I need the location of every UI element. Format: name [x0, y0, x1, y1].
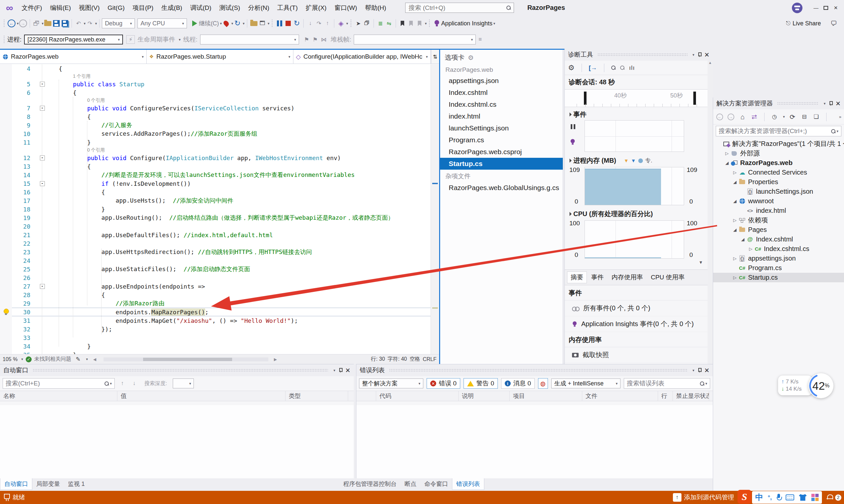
show-next-statement-icon[interactable]: ➤ — [354, 19, 363, 28]
timeline-range-end[interactable] — [693, 92, 696, 105]
code-line[interactable]: 12-public void Configure(IApplicationBui… — [0, 154, 431, 162]
codelens-label[interactable]: 0 个引用 — [46, 147, 105, 153]
code-line[interactable]: 27-app.UseEndpoints(endpoints => — [0, 282, 431, 290]
fold-margin[interactable] — [38, 121, 46, 129]
diagnostics-tab[interactable]: CPU 使用率 — [648, 272, 688, 283]
fold-margin[interactable] — [38, 231, 46, 239]
navigate-back-icon[interactable]: ← — [7, 19, 16, 28]
codelens-row[interactable]: 0 个引用 — [0, 147, 431, 154]
fold-margin[interactable] — [38, 88, 46, 97]
menu-item[interactable]: 帮助(H) — [361, 2, 390, 14]
prev-bookmark-icon[interactable] — [407, 19, 415, 28]
flag-threads-icon[interactable]: ⚑ — [302, 35, 311, 44]
timeline-ruler[interactable]: 40秒 50秒 — [565, 89, 707, 107]
notifications-bell-icon[interactable] — [827, 494, 833, 501]
collapse-all-icon[interactable]: ⊟ — [800, 113, 809, 121]
code-line[interactable]: 24 — [0, 256, 431, 265]
hscroll-left-icon[interactable]: ◀ — [90, 355, 99, 364]
code-line[interactable]: 29//添加Razor路由 — [0, 299, 431, 308]
column-header[interactable]: 名称 — [0, 391, 117, 401]
code-text[interactable]: { — [46, 89, 76, 96]
maximize-button[interactable] — [821, 4, 831, 12]
fold-margin[interactable] — [38, 214, 46, 222]
solution-platform-combo[interactable]: Any CPU▾ — [137, 18, 187, 28]
autos-empty-grid[interactable] — [0, 405, 354, 478]
zoom-out-icon[interactable] — [620, 66, 624, 70]
fold-margin[interactable] — [38, 256, 46, 265]
ime-toolbox-icon[interactable] — [811, 494, 819, 501]
column-header[interactable]: 说明 — [459, 391, 510, 401]
code-line[interactable]: 22 — [0, 239, 431, 248]
close-button[interactable]: ✕ — [831, 4, 841, 12]
error-search-box[interactable]: 搜索错误列表 ▾ — [624, 378, 710, 389]
pin-icon[interactable] — [697, 368, 701, 373]
step-into-icon[interactable]: ↓ — [306, 19, 314, 28]
fold-margin[interactable] — [38, 162, 46, 170]
collapsed-arrow-icon[interactable]: ▷ — [724, 151, 730, 156]
column-header[interactable]: 禁止显示状态 — [673, 391, 709, 401]
stackframe-combo[interactable]: ▾ — [354, 35, 476, 44]
column-header[interactable]: 代码 — [376, 391, 459, 401]
soft-keyboard-icon[interactable] — [786, 494, 794, 500]
network-speed-widget[interactable]: ↑ 7 K/s ↓ 14 K/s — [778, 376, 812, 395]
nav-member-combo[interactable]: ◇ Configure(IApplicationBuilder app, IWe… — [293, 50, 431, 64]
code-text[interactable]: { — [46, 163, 91, 170]
fold-margin[interactable] — [38, 222, 46, 231]
menu-item[interactable]: 分析(N) — [244, 2, 273, 14]
overflow-chevrons-icon[interactable]: » — [839, 114, 841, 119]
fold-margin[interactable] — [38, 290, 46, 299]
toolbar-grip[interactable] — [350, 19, 352, 28]
fold-margin[interactable] — [38, 64, 46, 73]
sync-active-document-icon[interactable]: ⮂ — [750, 113, 759, 121]
code-line[interactable]: 15-if (!env.IsDevelopment()) — [0, 179, 431, 188]
code-text[interactable]: services.AddRazorPages();//添加Razor页面服务组 — [46, 130, 257, 138]
health-indicator-icon[interactable]: ✓ — [26, 356, 32, 362]
window-position-icon[interactable]: ▾ — [824, 102, 826, 106]
menu-item[interactable]: 生成(B) — [157, 2, 186, 14]
close-icon[interactable]: ✕ — [345, 367, 350, 374]
fold-collapse-icon[interactable]: - — [40, 156, 45, 160]
code-text[interactable]: if (!env.IsDevelopment()) — [46, 180, 191, 187]
autos-search-box[interactable]: 搜索(Ctrl+E) ▾ — [3, 378, 115, 389]
code-text[interactable]: app.UseEndpoints(endpoints => — [46, 283, 205, 290]
column-header[interactable]: 行 — [658, 391, 673, 401]
zoom-in-icon[interactable] — [611, 66, 616, 70]
add-to-source-control[interactable]: ↑ 添加到源代码管理 — [673, 493, 734, 502]
toolbar-grip[interactable] — [271, 19, 273, 28]
document-tab[interactable]: RazorPages.web.csproj — [440, 146, 563, 158]
tree-item[interactable]: ◢Pages — [713, 225, 844, 235]
user-avatar[interactable] — [792, 3, 803, 13]
space-mode[interactable]: 空格 — [410, 356, 420, 363]
menu-item[interactable]: 扩展(X) — [302, 2, 330, 14]
diagnostics-scrollbar[interactable]: ▲ — [707, 60, 713, 364]
lifecycle-events-icon[interactable]: ⚡ — [126, 35, 135, 44]
fold-margin[interactable] — [38, 188, 46, 196]
warnings-filter-button[interactable]: 警告 0 — [464, 378, 498, 389]
code-text[interactable]: app.UseHsts(); //添加安全访问中间件 — [46, 197, 234, 204]
document-tab[interactable]: Index.cshtml.cs — [440, 98, 563, 110]
code-line[interactable]: 34} — [0, 342, 431, 350]
lifecycle-events-label[interactable]: 生命周期事件 — [137, 35, 175, 44]
fold-margin[interactable]: - — [38, 154, 46, 162]
code-line[interactable]: 31endpoints.MapGet("/xiaoshu", () => "He… — [0, 316, 431, 325]
fold-margin[interactable] — [38, 273, 46, 282]
menu-item[interactable]: 测试(S) — [215, 2, 244, 14]
expanded-arrow-icon[interactable]: ◢ — [731, 227, 738, 232]
tree-item[interactable]: C#Program.cs — [713, 263, 844, 273]
fold-margin[interactable] — [38, 265, 46, 273]
code-line[interactable]: 23app.UseHttpsRedirection(); //自动跳转到HTTP… — [0, 248, 431, 256]
code-line[interactable]: 4{ — [0, 64, 431, 73]
fold-margin[interactable] — [38, 299, 46, 308]
window-position-icon[interactable]: ▾ — [693, 368, 695, 373]
code-line[interactable]: 35} — [0, 350, 431, 354]
summary-row[interactable]: Application Insights 事件(0 个, 共 0 个) — [565, 316, 707, 332]
panel-tab[interactable]: 自动窗口 — [0, 478, 32, 490]
continue-debug-icon[interactable] — [190, 19, 199, 28]
column-header[interactable] — [356, 391, 376, 401]
restart-debugging-icon[interactable]: ↻ — [292, 19, 301, 28]
error-scope-combo[interactable]: 整个解决方案▾ — [359, 378, 423, 389]
redo-icon[interactable]: ↷ — [86, 19, 94, 28]
filter-button[interactable]: ◍ — [538, 378, 548, 389]
panel-tab[interactable]: 局部变量 — [32, 478, 64, 489]
code-text[interactable]: { — [46, 291, 105, 299]
